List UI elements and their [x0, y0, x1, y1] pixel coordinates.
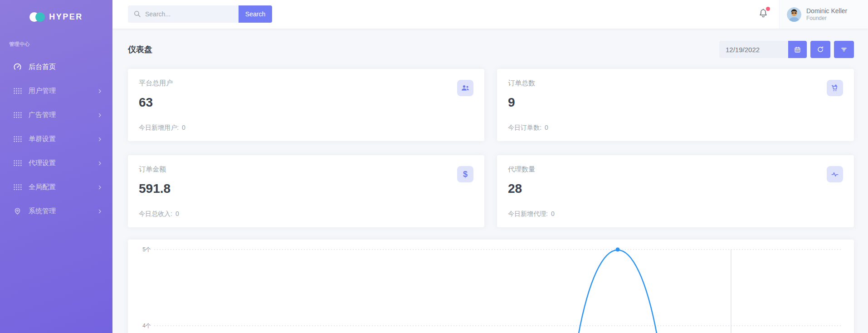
calendar-icon: [794, 46, 801, 53]
grid-icon: [13, 111, 22, 119]
search-input[interactable]: [128, 5, 239, 23]
filter-button[interactable]: [834, 41, 854, 58]
sidebar-item-agent-settings[interactable]: 代理设置: [0, 151, 112, 175]
chevron-right-icon: [97, 113, 102, 118]
activity-icon: [827, 166, 843, 182]
stat-footer-label: 今日新增用户:: [139, 124, 179, 131]
sidebar: HYPER 管理中心 后台首页: [0, 0, 112, 333]
stat-card-footer: 今日订单数:0: [508, 124, 548, 132]
stat-footer-value: 0: [545, 124, 548, 131]
sidebar-item-label: 单群设置: [29, 135, 97, 143]
map-pin-icon: [13, 207, 22, 215]
sidebar-item-dashboard-home[interactable]: 后台首页: [0, 55, 112, 79]
sidebar-item-system-management[interactable]: 系统管理: [0, 199, 112, 223]
cart-plus-icon: [827, 80, 843, 96]
refresh-button[interactable]: [810, 41, 830, 58]
dashboard-icon: [13, 63, 22, 71]
stat-card-agent-count: 代理数量 28 今日新增代理:0: [497, 155, 854, 227]
chevron-right-icon: [97, 161, 102, 166]
user-menu[interactable]: Dominic Keller Founder: [779, 0, 868, 29]
chevron-right-icon: [97, 185, 102, 190]
sidebar-item-ad-management[interactable]: 广告管理: [0, 103, 112, 127]
sidebar-item-label: 代理设置: [29, 159, 97, 167]
stat-card-value: 28: [508, 181, 843, 196]
page-header-controls: [719, 41, 854, 58]
brand-logo[interactable]: HYPER: [0, 0, 112, 27]
stat-card-footer: 今日新增代理:0: [508, 210, 555, 218]
sidebar-item-label: 后台首页: [29, 63, 102, 71]
series-line: [578, 250, 657, 333]
chevron-right-icon: [97, 137, 102, 142]
notification-bell-button[interactable]: [758, 8, 770, 20]
date-picker-group: [719, 41, 807, 58]
sidebar-item-label: 广告管理: [29, 111, 97, 119]
stat-card-total-orders: 订单总数 9 今日订单数:0: [497, 69, 854, 141]
dollar-icon: $: [457, 166, 473, 182]
brand-name: HYPER: [49, 12, 83, 22]
grid-icon: [13, 183, 22, 191]
stat-card-order-amount: $ 订单金额 591.8 今日总收入:0: [128, 155, 484, 227]
grid-icon: [13, 159, 22, 167]
stat-footer-value: 0: [176, 210, 179, 217]
stat-cards-grid: 平台总用户 63 今日新增用户:0 订单总数 9 今日订单数:0: [128, 69, 854, 227]
filter-icon: [840, 46, 848, 53]
sidebar-item-label: 系统管理: [29, 207, 97, 215]
grid-icon: [13, 87, 22, 95]
stat-card-footer: 今日总收入:0: [139, 210, 179, 218]
sidebar-item-label: 全局配置: [29, 183, 97, 191]
stat-card-title: 订单金额: [139, 165, 473, 174]
user-role: Founder: [806, 15, 847, 21]
topbar: Search Dominic Ke: [112, 0, 868, 29]
line-chart: [128, 240, 854, 333]
stat-footer-value: 0: [551, 210, 555, 217]
series-point-marker: [616, 248, 620, 252]
page-title: 仪表盘: [128, 44, 152, 55]
stat-card-title: 代理数量: [508, 165, 843, 174]
stat-card-value: 591.8: [139, 181, 473, 196]
main-content: 仪表盘: [112, 29, 868, 333]
sidebar-item-global-config[interactable]: 全局配置: [0, 175, 112, 199]
stat-card-title: 平台总用户: [139, 79, 473, 88]
stat-card-total-users: 平台总用户 63 今日新增用户:0: [128, 69, 484, 141]
brand-logo-icon: [29, 12, 45, 22]
stat-card-title: 订单总数: [508, 79, 843, 88]
sidebar-item-label: 用户管理: [29, 87, 97, 95]
refresh-icon: [817, 46, 824, 53]
sidebar-menu: 后台首页 用户管理: [0, 55, 112, 223]
user-name: Dominic Keller: [806, 7, 847, 15]
chart-card: 5个 4个: [128, 240, 854, 333]
search-group: Search: [128, 5, 272, 23]
chevron-right-icon: [97, 209, 102, 214]
search-icon: [133, 10, 141, 20]
stat-footer-label: 今日新增代理:: [508, 210, 548, 217]
stat-card-value: 63: [139, 95, 473, 110]
page-header: 仪表盘: [128, 41, 854, 58]
sidebar-item-user-management[interactable]: 用户管理: [0, 79, 112, 103]
avatar: [787, 7, 801, 22]
stat-footer-value: 0: [182, 124, 185, 131]
users-icon: [457, 80, 473, 96]
stat-footer-label: 今日订单数:: [508, 124, 541, 131]
grid-icon: [13, 135, 22, 143]
stat-footer-label: 今日总收入:: [139, 210, 172, 217]
date-input[interactable]: [719, 41, 788, 58]
notification-unread-dot: [766, 7, 770, 11]
search-button[interactable]: Search: [239, 5, 272, 23]
chevron-right-icon: [97, 88, 102, 94]
sidebar-item-group-settings[interactable]: 单群设置: [0, 127, 112, 151]
stat-card-value: 9: [508, 95, 843, 110]
sidebar-section-label: 管理中心: [9, 41, 112, 48]
calendar-button[interactable]: [788, 41, 807, 58]
stat-card-footer: 今日新增用户:0: [139, 124, 185, 132]
